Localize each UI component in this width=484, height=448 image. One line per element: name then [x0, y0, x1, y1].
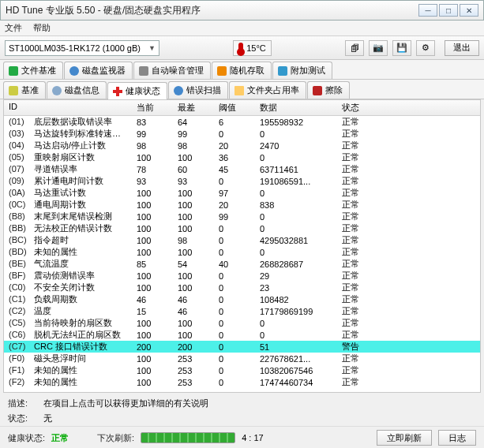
screenshot-button[interactable]: 📷 — [369, 40, 388, 56]
close-button[interactable]: ✕ — [460, 4, 478, 17]
chart-icon — [9, 66, 18, 76]
magnifier-icon — [174, 86, 183, 95]
next-refresh-label: 下次刷新: — [97, 432, 134, 444]
table-body[interactable]: (01)底层数据读取错误率83646195598932正常(03)马达旋转到标准… — [4, 116, 480, 389]
exit-button[interactable]: 退出 — [445, 40, 479, 56]
col-threshold[interactable]: 阈值 — [214, 100, 255, 115]
folder-icon — [234, 86, 244, 95]
tab-extra-tests[interactable]: 附加测试 — [272, 62, 332, 79]
erase-icon — [313, 86, 322, 95]
status-label: 状态: — [8, 413, 28, 424]
minimize-button[interactable]: ─ — [418, 4, 437, 17]
copy-button[interactable]: 🗐 — [345, 40, 364, 56]
chevron-down-icon: ▼ — [148, 44, 156, 52]
tab-health[interactable]: 健康状态 — [107, 82, 167, 99]
smart-table: ID 当前 最差 阈值 数据 状态 (01)底层数据读取错误率836461955… — [3, 99, 481, 393]
description-block: 描述: 在项目上点击可以获得更加详细的有关说明 状态: 无 — [8, 398, 476, 424]
tab-aam[interactable]: 自动噪音管理 — [133, 62, 211, 79]
drive-select[interactable]: ST1000LM035-1RK172 (1000 gB) ▼ — [5, 40, 159, 56]
col-worst[interactable]: 最差 — [173, 100, 214, 115]
thermometer-icon — [238, 43, 243, 54]
settings-button[interactable]: ⚙ — [416, 40, 435, 56]
window-title: HD Tune 专业版 5.50 - 硬盘/固态硬盘实用程序 — [6, 4, 201, 17]
monitor-icon — [69, 66, 79, 76]
menu-file[interactable]: 文件 — [5, 22, 22, 34]
disk-icon — [52, 86, 62, 95]
refresh-now-button[interactable]: 立即刷新 — [377, 430, 432, 446]
desc-label: 描述: — [8, 398, 28, 409]
toolbar: ST1000LM035-1RK172 (1000 gB) ▼ 15°C 🗐 📷 … — [0, 36, 484, 60]
tabs-row-1: 文件基准 磁盘监视器 自动噪音管理 随机存取 附加测试 — [0, 60, 484, 80]
status-text: 无 — [43, 413, 52, 424]
random-icon — [217, 66, 227, 76]
log-button[interactable]: 日志 — [438, 430, 476, 446]
redcross-icon — [113, 87, 122, 96]
temperature-value: 15°C — [246, 43, 266, 53]
table-row[interactable]: (FE)未知的属性10010000正常 — [4, 388, 480, 389]
temperature-indicator: 15°C — [233, 40, 272, 56]
tab-random-access[interactable]: 随机存取 — [212, 62, 272, 79]
col-status[interactable]: 状态 — [337, 100, 400, 115]
titlebar: HD Tune 专业版 5.50 - 硬盘/固态硬盘实用程序 ─ □ ✕ — [0, 0, 484, 21]
drive-select-value: ST1000LM035-1RK172 (1000 gB) — [9, 43, 141, 53]
wrench-icon — [139, 66, 148, 76]
health-value: 正常 — [51, 432, 69, 444]
tab-error-scan[interactable]: 错误扫描 — [168, 81, 228, 99]
tab-folder-usage[interactable]: 文件夹占用率 — [229, 81, 306, 99]
menu-help[interactable]: 帮助 — [33, 22, 51, 34]
table-header: ID 当前 最差 阈值 数据 状态 — [4, 100, 480, 116]
tab-erase[interactable]: 擦除 — [307, 81, 350, 99]
desc-text: 在项目上点击可以获得更加详细的有关说明 — [43, 398, 208, 409]
col-id[interactable]: ID — [4, 100, 132, 115]
tab-benchmark[interactable]: 基准 — [3, 81, 46, 99]
health-label: 健康状态: — [8, 432, 45, 444]
refresh-time: 4 : 17 — [242, 433, 264, 442]
tab-disk-info[interactable]: 磁盘信息 — [47, 81, 107, 99]
window-controls: ─ □ ✕ — [418, 4, 478, 17]
menubar: 文件 帮助 — [0, 21, 484, 36]
save-button[interactable]: 💾 — [392, 40, 411, 56]
tabs-row-2: 基准 磁盘信息 健康状态 错误扫描 文件夹占用率 擦除 — [0, 80, 484, 99]
bottom-bar: 健康状态: 正常 下次刷新: 4 : 17 立即刷新 日志 — [0, 426, 484, 448]
extra-icon — [278, 66, 287, 76]
col-current[interactable]: 当前 — [132, 100, 173, 115]
tab-file-benchmark[interactable]: 文件基准 — [3, 62, 63, 79]
key-icon — [9, 86, 18, 95]
refresh-progress — [141, 432, 235, 443]
maximize-button[interactable]: □ — [439, 4, 458, 17]
col-data[interactable]: 数据 — [255, 100, 337, 115]
tab-disk-monitor[interactable]: 磁盘监视器 — [64, 62, 133, 79]
